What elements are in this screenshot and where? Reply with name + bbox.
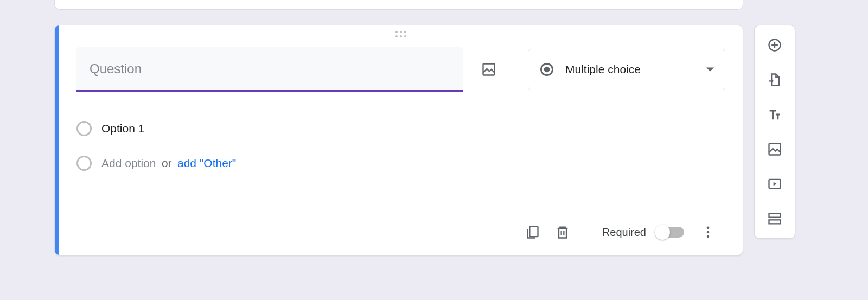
more-options-button[interactable] (695, 219, 721, 245)
add-option-row: Add option or add "Other" (76, 146, 725, 181)
svg-rect-11 (769, 220, 781, 224)
question-input[interactable] (76, 47, 463, 92)
duplicate-icon (525, 225, 540, 240)
type-label: Multiple choice (565, 63, 695, 76)
drag-dots-icon (395, 31, 406, 42)
option-row: Option 1 (76, 111, 725, 146)
svg-rect-10 (769, 214, 781, 218)
add-video-button[interactable] (762, 171, 788, 197)
svg-point-6 (707, 235, 710, 238)
selection-indicator (55, 25, 59, 255)
drag-handle[interactable] (76, 25, 725, 42)
image-icon (767, 142, 782, 157)
multiple-choice-icon (539, 62, 554, 77)
radio-icon (76, 121, 92, 136)
video-icon (767, 176, 782, 192)
section-icon (767, 211, 782, 226)
required-toggle[interactable] (656, 227, 684, 238)
question-header: Multiple choice (76, 42, 725, 92)
add-section-button[interactable] (762, 206, 788, 232)
trash-icon (555, 225, 570, 240)
svg-point-4 (707, 227, 710, 229)
question-type-select[interactable]: Multiple choice (528, 49, 725, 90)
required-label: Required (602, 226, 646, 239)
chevron-down-icon (706, 67, 714, 72)
card-footer: Required (76, 209, 725, 255)
option-text[interactable]: Option 1 (101, 122, 144, 135)
svg-rect-8 (769, 144, 781, 155)
add-option-button[interactable]: Add option (101, 157, 156, 169)
card-content: Multiple choice Option 1 Add option or a… (59, 25, 743, 255)
radio-icon (76, 156, 92, 171)
more-vert-icon (700, 225, 716, 240)
footer-divider (589, 221, 589, 243)
duplicate-button[interactable] (519, 219, 545, 245)
svg-rect-3 (529, 227, 538, 237)
svg-rect-0 (483, 64, 495, 75)
import-icon (767, 72, 782, 87)
floating-toolbar (754, 25, 795, 239)
previous-card-edge (54, 0, 743, 10)
question-card: Multiple choice Option 1 Add option or a… (54, 25, 743, 256)
import-questions-button[interactable] (762, 67, 788, 93)
add-question-button[interactable] (762, 32, 788, 58)
or-text: or (162, 157, 172, 169)
add-image-toolbar-button[interactable] (762, 136, 788, 162)
options-area: Option 1 Add option or add "Other" (76, 92, 725, 181)
svg-point-2 (544, 67, 550, 73)
add-image-button[interactable] (476, 56, 502, 82)
add-title-button[interactable] (762, 101, 788, 127)
add-other-button[interactable]: add "Other" (177, 157, 236, 169)
text-icon (767, 107, 782, 122)
svg-point-5 (707, 231, 710, 234)
image-icon (481, 62, 496, 77)
plus-circle-icon (767, 37, 782, 53)
toggle-knob (655, 225, 670, 240)
delete-button[interactable] (550, 219, 576, 245)
